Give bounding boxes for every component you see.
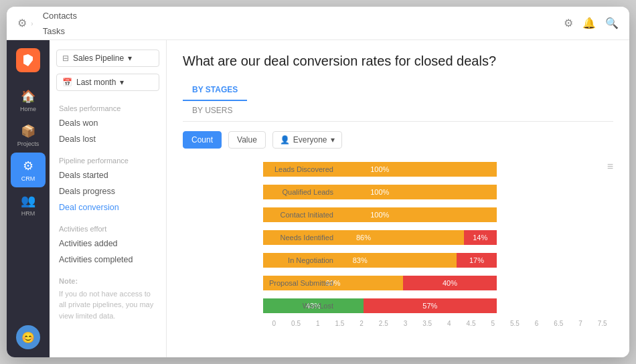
bar-row: Won/Lost43%57% (263, 297, 613, 314)
tab-by-stages[interactable]: BY STAGES (183, 80, 247, 101)
bar-segment-red: 40% (403, 276, 496, 290)
menu-sections: Sales performanceDeals wonDeals lostPipe… (50, 102, 166, 268)
filter-row: Count Value 👤 Everyone ▾ (183, 131, 613, 149)
tab-by-users[interactable]: BY USERS (183, 100, 247, 122)
x-axis-label: 0 (263, 320, 285, 327)
x-axis-label: 6 (526, 320, 548, 327)
bar-row: Qualified Leads100% (263, 183, 613, 201)
x-axis-label: 7.5 (591, 320, 613, 327)
bar-row: Needs Identified86%14% (263, 229, 613, 246)
menu-item-deals-started[interactable]: Deals started (50, 167, 166, 183)
x-axis-label: 1.5 (329, 320, 351, 327)
x-axis-label: 3 (394, 320, 416, 327)
pipeline-chevron: ▾ (128, 54, 132, 63)
pipeline-label: Sales Pipeline (73, 54, 124, 63)
section-title: Sales performance (50, 102, 166, 115)
count-filter-button[interactable]: Count (183, 131, 222, 149)
sidebar-label-crm: CRM (21, 175, 35, 182)
gear-icon[interactable]: ⚙ (564, 17, 573, 29)
bar-label: Contact Initiated (263, 211, 340, 219)
x-axis-label: 5.5 (504, 320, 526, 327)
bar-segment-red: 17% (457, 253, 496, 268)
projects-icon: 📦 (21, 124, 35, 139)
bar-label: In Negotiation (263, 256, 340, 264)
nav-item-contacts[interactable]: Contacts (36, 8, 92, 23)
bar-label: Leads Discovered (263, 165, 340, 173)
x-axis-label: 4.5 (460, 320, 482, 327)
top-navigation: ⚙ › DashboardDealsMailActivities9Contact… (7, 7, 629, 40)
bell-icon[interactable]: 🔔 (582, 17, 596, 29)
sidebar-item-home[interactable]: 🏠Home (11, 83, 46, 118)
app-logo (16, 48, 40, 72)
hrm-icon: 👥 (21, 193, 35, 208)
note-title: Note: (59, 276, 157, 287)
x-axis-label: 3.5 (416, 320, 439, 327)
breadcrumb-chevron: › (31, 19, 33, 27)
user-avatar[interactable]: 😊 (16, 325, 40, 349)
bar-label: Qualified Leads (263, 188, 340, 196)
bar-row: Contact Initiated100% (263, 206, 613, 223)
nav-action-icons: ⚙ 🔔 🔍 (564, 17, 619, 29)
section-title: Pipeline performance (50, 154, 166, 167)
calendar-icon: 📅 (62, 78, 72, 87)
menu-item-activities-completed[interactable]: Activities completed (50, 252, 166, 268)
date-label: Last month (76, 78, 116, 87)
everyone-dropdown[interactable]: 👤 Everyone ▾ (272, 131, 342, 149)
nav-item-activities[interactable]: Activities9 (36, 7, 92, 8)
sidebar-item-hrm[interactable]: 👥HRM (11, 187, 46, 222)
bar-row: Leads Discovered100% (263, 161, 613, 178)
sidebar: 🏠Home📦Projects⚙CRM👥HRM 😊 (7, 40, 50, 357)
app-window: ⚙ › DashboardDealsMailActivities9Contact… (7, 7, 629, 357)
tabs-row: BY STAGESBY USERS (183, 80, 613, 122)
menu-section-sales-performance: Sales performanceDeals wonDeals lost (50, 102, 166, 147)
sidebar-items: 🏠Home📦Projects⚙CRM👥HRM (11, 83, 46, 222)
menu-item-deal-conversion[interactable]: Deal conversion (50, 199, 166, 215)
bar-label: Proposal Submitted (263, 279, 340, 287)
section-title: Activities effort (50, 222, 166, 236)
bar-row: In Negotiation83%17% (263, 252, 613, 269)
x-axis-label: 7 (570, 320, 592, 327)
x-axis-label: 2.5 (372, 320, 394, 327)
x-axis-label: 4 (439, 320, 461, 327)
sidebar-label-projects: Projects (17, 141, 39, 147)
left-panel: ⊟ Sales Pipeline ▾ 📅 Last month ▾ Sales … (50, 40, 167, 357)
search-icon[interactable]: 🔍 (605, 17, 619, 29)
bar-segment-red: 14% (464, 230, 497, 245)
note-section: Note: If you do not have access to all p… (59, 276, 157, 321)
person-icon: 👤 (280, 135, 290, 145)
menu-item-deals-progress[interactable]: Deals progress (50, 183, 166, 199)
x-axis-label: 5 (482, 320, 504, 327)
pipeline-selector[interactable]: ⊟ Sales Pipeline ▾ (56, 50, 159, 67)
sidebar-item-projects[interactable]: 📦Projects (11, 118, 46, 153)
everyone-label: Everyone (293, 135, 327, 145)
page-title: What are our deal conversion rates for c… (183, 54, 613, 69)
crm-icon: ⚙ (23, 159, 33, 173)
menu-section-pipeline-performance: Pipeline performanceDeals startedDeals p… (50, 154, 166, 215)
content-area: What are our deal conversion rates for c… (167, 40, 629, 357)
value-filter-button[interactable]: Value (228, 131, 266, 149)
home-icon: 🏠 (21, 89, 35, 104)
menu-item-activities-added[interactable]: Activities added (50, 236, 166, 252)
menu-item-deals-lost[interactable]: Deals lost (50, 131, 166, 147)
chart-bars: Leads Discovered100%Qualified Leads100%C… (263, 161, 613, 314)
menu-item-deals-won[interactable]: Deals won (50, 115, 166, 131)
x-axis-label: 0.5 (285, 320, 307, 327)
settings-icon[interactable]: ⚙ (17, 17, 27, 29)
x-axis-label: 2 (351, 320, 373, 327)
sidebar-item-crm[interactable]: ⚙CRM (11, 153, 46, 187)
x-axis: 00.511.522.533.544.555.566.577.5 (263, 320, 613, 327)
bar-row: Proposal Submitted60%40% (263, 274, 613, 292)
note-text: If you do not have access to all private… (59, 288, 157, 322)
date-selector[interactable]: 📅 Last month ▾ (56, 74, 159, 91)
x-axis-label: 1 (307, 320, 329, 327)
date-chevron: ▾ (120, 78, 124, 87)
bar-chart: ≡ Leads Discovered100%Qualified Leads100… (183, 161, 613, 327)
main-layout: 🏠Home📦Projects⚙CRM👥HRM 😊 ⊟ Sales Pipelin… (7, 40, 629, 357)
nav-item-tasks[interactable]: Tasks (36, 23, 92, 39)
bar-label: Needs Identified (263, 234, 340, 242)
content-tabs: BY STAGESBY USERS (183, 80, 247, 121)
menu-section-activities-effort: Activities effortActivities addedActivit… (50, 222, 166, 268)
bar-label: Won/Lost (263, 302, 340, 310)
sidebar-label-home: Home (20, 106, 36, 112)
everyone-chevron: ▾ (331, 135, 335, 145)
